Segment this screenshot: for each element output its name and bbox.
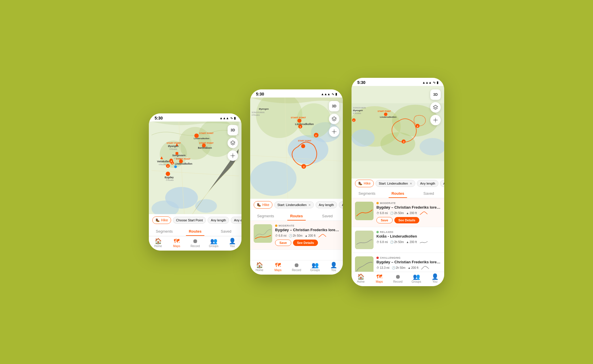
hike-filter-2[interactable]: 🥾 Hike (254, 201, 272, 209)
svg-text:4: 4 (353, 120, 354, 122)
btn-3d-2[interactable]: 3D (329, 101, 339, 111)
btn-layers-1[interactable] (228, 138, 238, 148)
tab-saved-2[interactable]: Saved (312, 211, 343, 220)
ele-filter-2[interactable]: Any ele (339, 201, 343, 208)
svg-text:Bygdøy: Bygdøy (165, 176, 174, 179)
btn-3d-3[interactable]: 3D (430, 89, 441, 100)
elev-svg-3-0 (419, 211, 428, 215)
svg-point-66 (380, 132, 415, 155)
nav-you-1[interactable]: 👤 You (223, 238, 241, 248)
nav-home-3[interactable]: 🏠 Home (352, 274, 370, 283)
difficulty-text-3-2: CHALLENGING (380, 256, 401, 259)
length-filter-1[interactable]: Any length (208, 217, 229, 224)
route-actions-3-0: Save See Details (376, 217, 441, 223)
map-area-2: Øyengen SONGSVANN 4 Routes START POINT L… (250, 98, 343, 199)
difficulty-text-2-0: MODERATE (279, 224, 294, 227)
svg-rect-62 (254, 224, 272, 243)
start-filter-1[interactable]: Choose Start Point (173, 217, 206, 224)
tab-segments-1[interactable]: Segments (149, 226, 180, 236)
btn-3d-1[interactable]: 3D (228, 125, 238, 135)
svg-text:START POINT: START POINT (378, 110, 391, 112)
route-card-2-0: MODERATE Bygdøy – Christian Frederiks lo… (250, 221, 343, 250)
nav-maps-2[interactable]: 🗺 Maps (269, 262, 287, 272)
length-filter-2[interactable]: Any length (316, 201, 337, 208)
nav-home-1[interactable]: 🏠 Home (149, 238, 167, 248)
details-btn-2-0[interactable]: See Details (293, 240, 318, 246)
groups-icon-2: 👥 (312, 262, 319, 268)
ele-filter-3[interactable]: Any ele (440, 180, 444, 187)
start-tag-close-2[interactable]: ✕ (308, 203, 311, 207)
btn-layers-3[interactable] (430, 102, 441, 113)
tab-routes-2[interactable]: Routes (281, 211, 312, 220)
svg-point-42 (250, 161, 296, 196)
start-tag-2[interactable]: Start: Linderudkollen ✕ (274, 201, 314, 208)
svg-point-45 (296, 103, 331, 138)
btn-layers-2[interactable] (329, 114, 339, 124)
ele-filter-1[interactable]: Any el (231, 217, 241, 224)
svg-point-50 (297, 119, 301, 123)
nav-groups-1[interactable]: 👥 Groups (204, 238, 223, 248)
tabs-2: Segments Routes Saved (250, 211, 343, 221)
btn-location-1[interactable] (228, 150, 238, 161)
you-icon-3: 👤 (431, 274, 439, 280)
status-bar-2: 5:30 ▲▲▲ ∿ ▮ (250, 89, 343, 98)
map-area-1: START POINT Linderudkollen START POINT Ø… (149, 122, 241, 214)
tab-routes-3[interactable]: Routes (382, 188, 413, 198)
start-tag-close-3[interactable]: ✕ (410, 182, 412, 185)
length-filter-3[interactable]: Any length (417, 180, 438, 187)
tab-saved-1[interactable]: Saved (211, 226, 241, 236)
svg-point-82 (435, 120, 436, 121)
maps-icon-3: 🗺 (376, 274, 382, 280)
nav-home-2[interactable]: 🏠 Home (250, 262, 269, 272)
svg-point-54 (301, 144, 305, 148)
start-tag-3[interactable]: Start: Linderudkollen ✕ (376, 180, 415, 187)
route-thumb-2-0 (254, 224, 272, 243)
svg-text:0 Routes: 0 Routes (166, 179, 174, 181)
difficulty-dot-2-0 (275, 225, 277, 227)
tab-segments-2[interactable]: Segments (250, 211, 281, 220)
svg-text:Øyengen: Øyengen (353, 109, 363, 112)
route-stats-3-0: ⏱ 6.8 mi 🕐 2h 50m ▲ 200 ft (376, 211, 441, 215)
svg-point-35 (174, 166, 177, 168)
svg-point-39 (232, 155, 234, 157)
wifi-icon-1: ∿ (230, 116, 233, 120)
route-name-2-0: Bygdøy – Christian Frederiks lorem... (275, 228, 339, 232)
svg-text:Linderudkollen: Linderudkollen (295, 123, 314, 126)
svg-text:3: 3 (403, 141, 405, 143)
nav-record-3[interactable]: ⏺ Record (389, 274, 407, 283)
save-btn-3-0[interactable]: Save (376, 217, 393, 223)
difficulty-dot-3-0 (376, 202, 379, 204)
nav-record-2[interactable]: ⏺ Record (287, 262, 306, 272)
save-btn-2-0[interactable]: Save (275, 240, 291, 246)
svg-text:Øyungen: Øyungen (168, 145, 179, 148)
svg-text:1: 1 (300, 126, 301, 128)
nav-groups-2[interactable]: 👥 Groups (306, 262, 324, 272)
hike-filter-3[interactable]: 🥾 Hike (355, 180, 374, 187)
nav-maps-3[interactable]: 🗺 Maps (370, 274, 389, 283)
nav-record-1[interactable]: ⏺ Record (186, 238, 204, 248)
nav-groups-3[interactable]: 👥 Groups (407, 274, 426, 283)
route-label-2-0: MODERATE (275, 224, 339, 227)
status-icons-1: ▲▲▲ ∿ ▮ (219, 116, 236, 120)
svg-text:4 Routes: 4 Routes (159, 163, 166, 166)
btn-location-2[interactable] (329, 126, 339, 137)
time-1: 5:30 (155, 116, 163, 120)
tab-saved-3[interactable]: Saved (413, 188, 444, 198)
nav-you-2[interactable]: 👤 You (324, 262, 343, 272)
svg-text:Barlindåsen: Barlindåsen (198, 146, 212, 149)
svg-point-67 (352, 129, 375, 147)
svg-text:Linderudkollen: Linderudkollen (175, 162, 192, 165)
groups-icon-1: 👥 (210, 238, 217, 244)
nav-maps-1[interactable]: 🗺 Maps (167, 238, 186, 248)
map-area-3: SONGSVANN Øyengen 4 Routes START POINT L… (352, 86, 444, 179)
route-thumb-3-2 (355, 256, 374, 272)
svg-marker-81 (433, 105, 438, 108)
btn-location-3[interactable] (430, 115, 441, 125)
tab-segments-3[interactable]: Segments (352, 188, 382, 198)
route-thumb-3-1 (355, 231, 374, 249)
hike-filter-1[interactable]: 🥾 Hike (152, 216, 171, 224)
nav-you-3[interactable]: 👤 You (426, 274, 444, 283)
maps-icon-1: 🗺 (174, 238, 180, 244)
tab-routes-1[interactable]: Routes (180, 226, 211, 236)
details-btn-3-0[interactable]: See Details (394, 217, 420, 223)
